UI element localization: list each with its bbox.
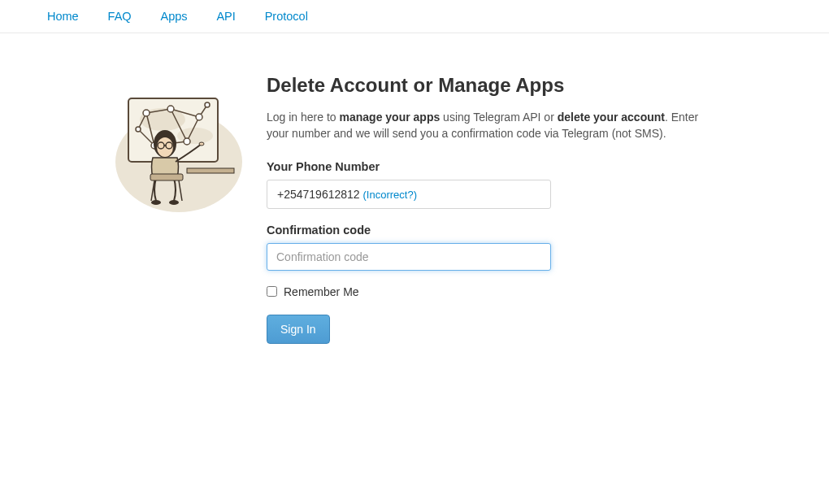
page-title: Delete Account or Manage Apps: [267, 74, 723, 97]
svg-point-18: [205, 102, 210, 107]
svg-point-14: [167, 106, 174, 112]
phone-label: Your Phone Number: [267, 160, 723, 173]
intro-bold-manage: manage your apps: [340, 111, 441, 124]
confirmation-code-input[interactable]: [267, 243, 551, 271]
svg-point-13: [143, 110, 150, 116]
svg-rect-31: [187, 168, 234, 173]
nav-api[interactable]: API: [216, 10, 235, 23]
remember-me-row[interactable]: Remember Me: [267, 285, 723, 298]
svg-point-26: [151, 200, 161, 205]
illustration-person-network: [106, 80, 252, 219]
content-column: Delete Account or Manage Apps Log in her…: [267, 74, 723, 344]
svg-point-25: [199, 142, 204, 146]
intro-prefix: Log in here to: [267, 111, 340, 124]
remember-me-label: Remember Me: [284, 285, 359, 298]
remember-me-checkbox[interactable]: [267, 286, 277, 297]
svg-point-15: [196, 114, 202, 120]
svg-point-16: [184, 138, 190, 145]
svg-rect-28: [150, 174, 183, 180]
svg-point-21: [157, 137, 173, 157]
phone-display-box: +254719612812 (Incorrect?): [267, 180, 551, 209]
svg-point-19: [136, 127, 141, 132]
main-container: Delete Account or Manage Apps Log in her…: [98, 74, 731, 344]
nav-home[interactable]: Home: [47, 10, 79, 23]
intro-mid: using Telegram API or: [440, 111, 557, 124]
sign-in-button[interactable]: Sign In: [267, 315, 330, 344]
phone-value: +254719612812: [277, 188, 360, 201]
intro-bold-delete: delete your account: [558, 111, 665, 124]
nav-protocol[interactable]: Protocol: [265, 10, 308, 23]
incorrect-link[interactable]: (Incorrect?): [363, 189, 417, 201]
code-label: Confirmation code: [267, 224, 723, 237]
intro-text: Log in here to manage your apps using Te…: [267, 110, 723, 142]
svg-point-27: [169, 200, 179, 205]
nav-apps[interactable]: Apps: [160, 10, 187, 23]
top-nav: Home FAQ Apps API Protocol: [0, 0, 829, 33]
nav-faq[interactable]: FAQ: [108, 10, 132, 23]
